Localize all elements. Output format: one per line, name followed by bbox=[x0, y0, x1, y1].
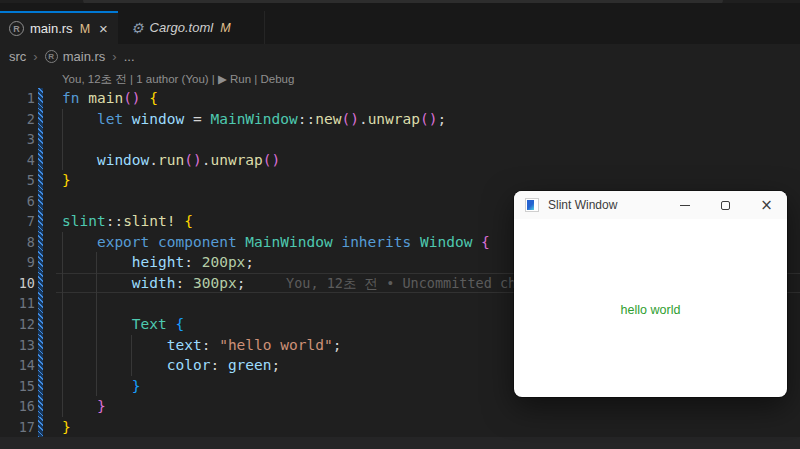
line-number: 5 bbox=[0, 170, 35, 191]
modified-gutter-indicator bbox=[38, 273, 43, 294]
slint-window-title: Slint Window bbox=[548, 198, 664, 212]
line-number: 17 bbox=[0, 417, 35, 438]
code-line[interactable]: 1fn main() { bbox=[0, 88, 800, 109]
code-text: } bbox=[62, 376, 141, 397]
tab-label: main.rs bbox=[30, 21, 73, 36]
code-line[interactable]: 4 window.run().unwrap() bbox=[0, 150, 800, 171]
line-number: 11 bbox=[0, 293, 35, 314]
modified-gutter-indicator bbox=[38, 211, 43, 232]
vscode-window: R main.rs M × ⚙ Cargo.toml M src › R mai… bbox=[0, 0, 800, 449]
modified-gutter-indicator bbox=[38, 170, 43, 191]
modified-gutter-indicator bbox=[38, 88, 43, 109]
code-line[interactable]: 5} bbox=[0, 170, 800, 191]
modified-gutter-indicator bbox=[38, 376, 43, 397]
code-text: let window = MainWindow::new().unwrap(); bbox=[62, 109, 446, 130]
line-number: 10 bbox=[0, 273, 35, 294]
modified-gutter-indicator bbox=[38, 150, 43, 171]
code-text: slint::slint! { bbox=[62, 211, 193, 232]
line-number: 16 bbox=[0, 396, 35, 417]
slint-window-content: hello world bbox=[514, 219, 787, 397]
modified-gutter-indicator bbox=[38, 293, 43, 314]
indent-guide bbox=[96, 293, 97, 314]
code-text: fn main() { bbox=[62, 88, 158, 109]
modified-gutter-indicator bbox=[38, 314, 43, 335]
line-number: 3 bbox=[0, 129, 35, 150]
code-line[interactable]: 2 let window = MainWindow::new().unwrap(… bbox=[0, 109, 800, 130]
rust-file-icon: R bbox=[45, 50, 58, 63]
modified-gutter-indicator bbox=[38, 129, 43, 150]
tab-bar: R main.rs M × ⚙ Cargo.toml M bbox=[0, 3, 800, 44]
line-number: 14 bbox=[0, 355, 35, 376]
minimize-icon bbox=[680, 205, 690, 206]
modified-gutter-indicator bbox=[38, 232, 43, 253]
modified-gutter-indicator bbox=[38, 109, 43, 130]
minimize-button[interactable] bbox=[664, 191, 705, 219]
breadcrumb-file[interactable]: main.rs bbox=[63, 49, 106, 64]
tab-cargo-toml[interactable]: ⚙ Cargo.toml M bbox=[118, 11, 265, 44]
tab-main-rs[interactable]: R main.rs M × bbox=[0, 11, 118, 44]
maximize-icon bbox=[721, 201, 730, 210]
modified-gutter-indicator bbox=[38, 191, 43, 212]
code-line[interactable]: 16 } bbox=[0, 396, 800, 417]
rust-file-icon: R bbox=[9, 21, 24, 36]
line-number: 13 bbox=[0, 335, 35, 356]
editor-bottom-strip bbox=[0, 437, 800, 449]
line-number: 7 bbox=[0, 211, 35, 232]
line-number: 8 bbox=[0, 232, 35, 253]
line-number: 12 bbox=[0, 314, 35, 335]
code-text: window.run().unwrap() bbox=[62, 150, 280, 171]
breadcrumb: src › R main.rs › ... bbox=[0, 44, 800, 69]
modified-gutter-indicator bbox=[38, 252, 43, 273]
code-line[interactable]: 3 bbox=[0, 129, 800, 150]
modified-gutter-indicator bbox=[38, 355, 43, 376]
modified-gutter-indicator bbox=[38, 417, 43, 438]
close-icon: × bbox=[760, 198, 773, 213]
line-number: 6 bbox=[0, 191, 35, 212]
indent-guide bbox=[62, 129, 63, 150]
code-line[interactable]: 17} bbox=[0, 417, 800, 438]
codelens[interactable]: You, 12초 전 | 1 author (You) | ▶ Run | De… bbox=[62, 72, 294, 87]
line-number: 2 bbox=[0, 109, 35, 130]
line-number: 4 bbox=[0, 150, 35, 171]
line-number: 1 bbox=[0, 88, 35, 109]
indent-guide bbox=[62, 293, 63, 314]
line-number: 15 bbox=[0, 376, 35, 397]
slint-app-window[interactable]: Slint Window × hello world bbox=[514, 191, 787, 397]
modified-badge: M bbox=[220, 21, 230, 35]
code-text: } bbox=[62, 170, 71, 191]
slint-window-titlebar[interactable]: Slint Window × bbox=[514, 191, 787, 219]
breadcrumb-src[interactable]: src bbox=[9, 49, 26, 64]
code-text: width: 300px; bbox=[62, 273, 245, 294]
close-button[interactable]: × bbox=[746, 191, 787, 219]
code-text: color: green; bbox=[62, 355, 280, 376]
code-text: export component MainWindow inherits Win… bbox=[62, 232, 490, 253]
hello-world-text: hello world bbox=[514, 303, 787, 317]
code-text: text: "hello world"; bbox=[62, 335, 341, 356]
code-text: height: 200px; bbox=[62, 252, 254, 273]
slint-app-icon bbox=[525, 198, 539, 212]
chevron-right-icon: › bbox=[112, 49, 116, 64]
code-text: } bbox=[62, 417, 71, 438]
line-number: 9 bbox=[0, 252, 35, 273]
git-blame-annotation: You, 12초 전 • Uncommitted cha bbox=[286, 273, 524, 294]
maximize-button[interactable] bbox=[705, 191, 746, 219]
chevron-right-icon: › bbox=[33, 49, 37, 64]
code-text: } bbox=[62, 396, 106, 417]
close-tab-icon[interactable]: × bbox=[99, 21, 108, 36]
modified-gutter-indicator bbox=[38, 335, 43, 356]
code-text: Text { bbox=[62, 314, 184, 335]
tab-label: Cargo.toml bbox=[150, 20, 214, 35]
modified-badge: M bbox=[80, 22, 90, 36]
modified-gutter-indicator bbox=[38, 396, 43, 417]
breadcrumb-symbol[interactable]: ... bbox=[124, 49, 135, 64]
gear-file-icon: ⚙ bbox=[131, 21, 144, 35]
